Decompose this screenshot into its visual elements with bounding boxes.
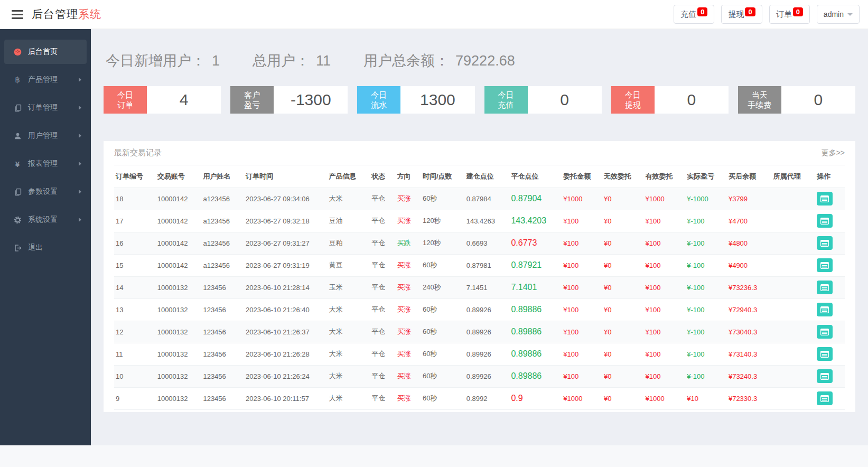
table-cell: ¥73236.3 [727, 276, 772, 298]
table-cell: 18 [114, 188, 156, 210]
table-cell: 0.89926 [465, 298, 510, 321]
stat-card-label: 客户盈亏 [230, 86, 274, 114]
logout-icon [12, 244, 23, 252]
sidebar-item-home[interactable]: 后台首页 [4, 40, 87, 64]
table-cell: 10000142 [156, 210, 202, 232]
row-detail-button[interactable] [817, 391, 833, 405]
table-cell: ¥0 [602, 276, 644, 298]
sidebar-item-products[interactable]: ฿产品管理 [4, 68, 87, 92]
chevron-right-icon [79, 134, 81, 138]
sidebar-item-label: 参数设置 [28, 187, 58, 197]
header-button-withdraw[interactable]: 提现0 [721, 5, 762, 24]
row-detail-button[interactable] [817, 258, 833, 272]
orders-icon [12, 104, 23, 112]
table-cell: 9 [114, 387, 156, 409]
row-detail-button[interactable] [817, 369, 833, 383]
stat-card-value: -1300 [274, 86, 348, 114]
sidebar-item-users[interactable]: 用户管理 [4, 124, 87, 148]
table-cell: 2023-06-10 21:26:24 [244, 365, 327, 387]
table-cell: 143.4203 [509, 210, 562, 232]
admin-user-menu[interactable]: admin [817, 5, 860, 24]
table-cell: ¥73240.3 [727, 365, 772, 387]
table-cell: 2023-06-10 21:26:40 [244, 298, 327, 321]
table-cell: 买涨 [396, 343, 421, 365]
detail-list-icon [820, 218, 829, 225]
table-cell: ¥72330.3 [727, 387, 772, 409]
table-cell: ¥0 [602, 365, 644, 387]
column-header: 时间/点数 [421, 165, 465, 188]
table-cell: ¥100 [644, 365, 686, 387]
hamburger-menu-icon[interactable] [12, 10, 23, 19]
stat-card-label: 今日提现 [611, 86, 655, 114]
table-cell: ¥100 [562, 365, 602, 387]
gear-icon [12, 216, 23, 224]
column-header: 状态 [370, 165, 395, 188]
sidebar-item-orders[interactable]: 订单管理 [4, 96, 87, 120]
table-cell [772, 343, 816, 365]
topbar-actions: 充值0提现0订单0 admin [674, 5, 860, 24]
dashboard-icon [12, 48, 23, 56]
table-cell: 0.89926 [465, 365, 510, 387]
panel-title: 最新交易记录 [114, 148, 162, 158]
table-cell: ¥1000 [562, 387, 602, 409]
table-cell: ¥0 [602, 343, 644, 365]
row-detail-button[interactable] [817, 236, 833, 250]
stat-value: 79222.68 [455, 53, 515, 69]
table-cell: 平仓 [370, 276, 395, 298]
table-cell: 平仓 [370, 188, 395, 210]
table-cell: 7.1451 [465, 276, 510, 298]
more-link[interactable]: 更多>> [822, 148, 845, 158]
table-cell: 平仓 [370, 321, 395, 343]
column-header: 有效委托 [644, 165, 686, 188]
table-row: 1810000142a1234562023-06-27 09:34:06大米平仓… [114, 188, 845, 210]
sidebar-item-label: 系统设置 [28, 215, 58, 225]
table-cell: 平仓 [370, 365, 395, 387]
sidebar-item-reports[interactable]: ¥报表管理 [4, 152, 87, 176]
table-cell: 买涨 [396, 298, 421, 321]
sidebar-item-params[interactable]: 参数设置 [4, 180, 87, 204]
params-icon [12, 188, 23, 196]
table-cell: 12 [114, 321, 156, 343]
table-cell: ¥100 [644, 321, 686, 343]
row-detail-button[interactable] [817, 347, 833, 361]
table-cell: ¥10 [685, 387, 727, 409]
sidebar-item-logout[interactable]: 退出 [4, 236, 87, 260]
sidebar-item-system[interactable]: 系统设置 [4, 208, 87, 232]
table-cell: ¥1000 [562, 188, 602, 210]
column-header: 操作 [815, 165, 845, 188]
table-cell: ¥-100 [685, 276, 727, 298]
bitcoin-icon: ฿ [12, 75, 23, 85]
table-cell: ¥100 [562, 232, 602, 254]
trades-table: 订单编号交易账号用户姓名订单时间产品信息状态方向时间/点数建仓点位平仓点位委托金… [114, 165, 845, 410]
row-detail-button[interactable] [817, 192, 833, 206]
table-cell: ¥4900 [727, 254, 772, 276]
stat-total-users: 总用户：11 [253, 51, 331, 70]
header-button-label: 充值 [680, 10, 696, 20]
table-cell: 10000132 [156, 321, 202, 343]
header-button-recharge[interactable]: 充值0 [674, 5, 714, 24]
stat-label: 今日新增用户： [106, 51, 206, 70]
table-cell-actions [815, 321, 845, 343]
sidebar-item-label: 退出 [28, 243, 43, 253]
table-cell: 买涨 [396, 365, 421, 387]
table-cell: ¥100 [562, 210, 602, 232]
table-cell [772, 365, 816, 387]
row-detail-button[interactable] [817, 303, 833, 316]
table-row: 1610000142a1234562023-06-27 09:31:27豆粕平仓… [114, 232, 845, 254]
chevron-right-icon [79, 162, 81, 166]
table-cell: 豆油 [327, 210, 370, 232]
table-cell: 0.6693 [465, 232, 510, 254]
stat-value: 1 [212, 53, 220, 69]
row-detail-button[interactable] [817, 325, 833, 339]
table-cell-actions [815, 365, 845, 387]
row-detail-button[interactable] [817, 281, 833, 294]
chevron-down-icon [847, 13, 853, 16]
table-cell: ¥-100 [685, 232, 727, 254]
table-cell: 10000132 [156, 387, 202, 409]
table-cell-actions [815, 387, 845, 409]
stat-card-label: 当天手续费 [738, 86, 781, 114]
table-cell: ¥0 [602, 188, 644, 210]
table-cell: ¥-1000 [685, 188, 727, 210]
row-detail-button[interactable] [817, 214, 833, 228]
header-button-orders[interactable]: 订单0 [769, 5, 810, 24]
